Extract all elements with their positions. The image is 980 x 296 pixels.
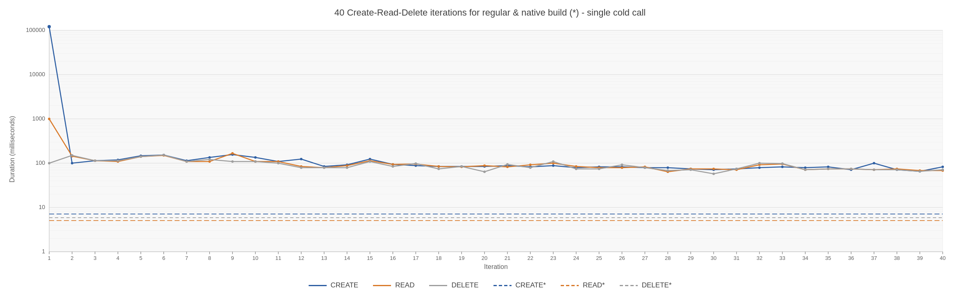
svg-text:21: 21: [505, 255, 510, 261]
legend-read-star-label: READ*: [583, 281, 605, 289]
svg-point-178: [48, 118, 50, 120]
svg-point-207: [712, 168, 715, 170]
svg-point-139: [71, 162, 73, 164]
svg-text:19: 19: [459, 255, 464, 261]
svg-text:7: 7: [185, 255, 188, 261]
chart-title: 40 Create-Read-Delete iterations for reg…: [334, 7, 646, 18]
svg-text:17: 17: [413, 255, 418, 261]
legend-delete-star: DELETE*: [620, 281, 672, 289]
svg-point-218: [48, 162, 50, 164]
svg-point-245: [666, 169, 669, 172]
svg-point-165: [666, 166, 669, 169]
svg-text:2: 2: [70, 255, 73, 261]
svg-point-229: [300, 166, 302, 169]
svg-point-238: [506, 163, 509, 166]
svg-text:100: 100: [36, 159, 45, 166]
svg-point-169: [758, 166, 761, 169]
svg-text:28: 28: [665, 255, 671, 261]
svg-point-222: [140, 155, 142, 158]
svg-text:25: 25: [596, 255, 602, 261]
svg-point-247: [712, 173, 715, 175]
chart-container: 40 Create-Read-Delete iterations for reg…: [0, 0, 980, 296]
svg-text:12: 12: [298, 255, 304, 261]
svg-point-239: [529, 166, 532, 169]
svg-point-201: [575, 165, 578, 168]
svg-point-254: [873, 168, 875, 171]
svg-point-248: [735, 168, 738, 170]
chart-legend: CREATE READ DELETE CREATE* READ* DELETE*: [309, 281, 672, 289]
svg-point-203: [621, 166, 623, 169]
svg-point-255: [896, 168, 898, 171]
svg-text:8: 8: [208, 255, 211, 261]
svg-text:39: 39: [917, 255, 923, 261]
svg-text:35: 35: [825, 255, 831, 261]
svg-point-251: [804, 168, 807, 171]
legend-create-star-label: CREATE*: [516, 281, 546, 289]
svg-point-230: [323, 166, 325, 169]
svg-text:3: 3: [93, 255, 96, 261]
x-axis-label: Iteration: [484, 263, 508, 270]
legend-delete-star-label: DELETE*: [642, 281, 672, 289]
svg-point-227: [254, 160, 257, 163]
svg-text:1: 1: [48, 255, 50, 261]
svg-point-197: [483, 164, 486, 167]
svg-point-198: [506, 166, 509, 168]
svg-text:22: 22: [528, 255, 533, 261]
svg-text:6: 6: [162, 255, 165, 261]
svg-point-231: [346, 166, 348, 169]
svg-point-235: [437, 168, 440, 170]
svg-text:40: 40: [940, 255, 946, 261]
svg-text:36: 36: [848, 255, 854, 261]
legend-create-star: CREATE*: [493, 281, 546, 289]
svg-point-138: [48, 25, 51, 28]
svg-point-223: [163, 154, 165, 156]
svg-point-241: [575, 168, 578, 170]
svg-text:14: 14: [344, 255, 350, 261]
svg-point-177: [941, 166, 944, 168]
svg-text:38: 38: [894, 255, 900, 261]
legend-read-star: READ*: [561, 281, 605, 289]
svg-text:32: 32: [757, 255, 762, 261]
svg-text:10000: 10000: [29, 71, 45, 77]
svg-point-252: [827, 168, 830, 170]
svg-point-228: [277, 162, 280, 164]
svg-text:1: 1: [42, 248, 45, 255]
svg-point-160: [552, 164, 555, 167]
svg-point-226: [231, 160, 234, 163]
y-axis-label: Duration (milliseconds): [9, 116, 16, 183]
svg-text:20: 20: [482, 255, 487, 261]
svg-point-249: [758, 162, 761, 164]
legend-create: CREATE: [309, 281, 359, 289]
legend-delete-label: DELETE: [451, 281, 478, 289]
svg-point-250: [781, 162, 784, 165]
svg-point-243: [621, 164, 623, 166]
svg-text:31: 31: [734, 255, 739, 261]
svg-point-147: [254, 156, 257, 159]
svg-point-244: [643, 166, 646, 169]
svg-text:1000: 1000: [32, 115, 45, 122]
svg-point-170: [781, 166, 784, 168]
svg-text:16: 16: [390, 255, 396, 261]
svg-text:30: 30: [711, 255, 716, 261]
svg-point-253: [850, 168, 853, 170]
svg-point-236: [460, 165, 463, 168]
svg-text:26: 26: [619, 255, 625, 261]
legend-delete: DELETE: [429, 281, 478, 289]
svg-text:100000: 100000: [26, 27, 45, 33]
svg-point-221: [117, 159, 119, 162]
svg-text:15: 15: [367, 255, 373, 261]
svg-point-220: [94, 159, 96, 162]
svg-point-240: [552, 160, 555, 163]
svg-text:29: 29: [688, 255, 694, 261]
svg-point-242: [598, 168, 600, 170]
svg-point-199: [529, 164, 532, 166]
svg-point-186: [231, 152, 234, 155]
svg-point-149: [300, 158, 302, 160]
svg-text:23: 23: [550, 255, 556, 261]
svg-text:24: 24: [573, 255, 579, 261]
svg-text:18: 18: [436, 255, 441, 261]
svg-point-225: [208, 158, 211, 161]
svg-text:9: 9: [231, 255, 234, 261]
svg-point-234: [414, 162, 417, 165]
svg-text:37: 37: [871, 255, 877, 261]
